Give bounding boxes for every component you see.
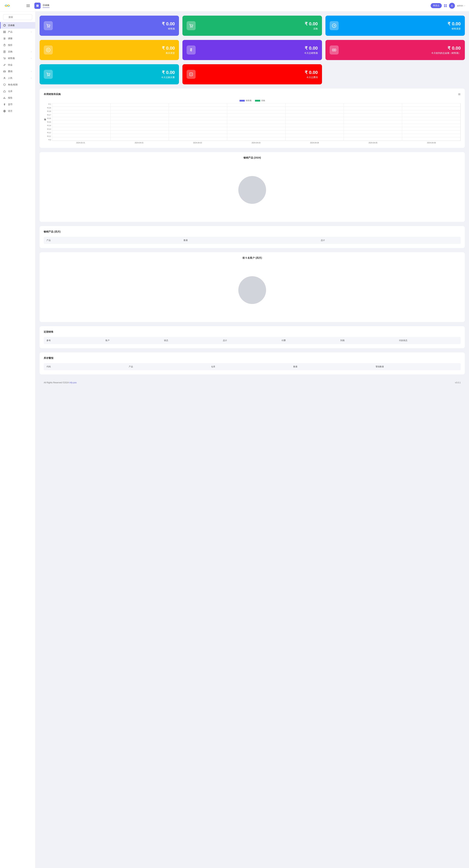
stats-row: ₹ 0.00 销售额 ₹ 0.00 采购 ₹ 0.00 销售退货 ₹ 0.00 … — [39, 16, 465, 84]
table-col-head: 总计 — [321, 239, 458, 242]
table-col-head: 数量 — [293, 365, 376, 368]
top-selling-month-title: 畅销产品 (四月) — [44, 230, 61, 233]
sidebar-item-3[interactable]: 报价 — [0, 42, 35, 49]
plus-icon — [36, 4, 39, 7]
user-name-label: admin — [457, 4, 463, 7]
main-content: ₹ 0.00 销售额 ₹ 0.00 采购 ₹ 0.00 销售退货 ₹ 0.00 … — [35, 11, 469, 868]
sidebar-item-11[interactable]: 报告 — [0, 95, 35, 101]
header-right: 售货点 A admin — [431, 3, 466, 9]
sidebar-item-label: 调整 — [8, 37, 32, 40]
svg-rect-10 — [5, 32, 5, 33]
sidebar-item-label: 报价 — [8, 43, 32, 47]
sidebar-item-4[interactable]: 采购 — [0, 49, 35, 55]
nav-list: 仪表板产品调整报价采购销售额转会费用人民角色/权限仓库报告货币语言 — [0, 22, 35, 115]
stat-card-2: ₹ 0.00 销售退货 — [325, 16, 465, 36]
stock-alert-title: 库存警报 — [44, 356, 54, 360]
xtick: 2024-04-04 — [285, 142, 344, 144]
stats-grid-1: ₹ 0.00 购买退货 ₹ 0.00 今天总销售额 ₹ 0.00 今天收到的总金… — [39, 40, 465, 60]
cart-icon — [3, 57, 6, 60]
svg-point-15 — [4, 59, 4, 59]
svg-point-22 — [190, 27, 191, 28]
minus-icon — [189, 72, 193, 76]
sidebar-item-7[interactable]: 费用 — [0, 68, 35, 75]
sidebar-item-5[interactable]: 销售额 — [0, 55, 35, 62]
add-button[interactable] — [34, 3, 41, 9]
sidebar-item-label: 产品 — [8, 30, 30, 33]
top-selling-year-title: 畅销产品 (2024) — [44, 156, 461, 159]
sidebar-item-label: 语言 — [8, 110, 32, 113]
chart-title: 本周销售和采购 — [44, 93, 61, 96]
legend-item[interactable]: 销售额 — [240, 99, 251, 102]
stat-icon-box — [330, 45, 339, 55]
svg-point-13 — [4, 39, 4, 39]
ytick: ₹ 0.1 — [47, 135, 51, 137]
arrow-left-icon — [46, 48, 51, 52]
stat-icon-box — [187, 21, 196, 30]
legend-swatch — [255, 100, 260, 101]
stat-card-3: ₹ 0.00 购买退货 — [39, 40, 179, 60]
stats-grid-2: ₹ 0.00 今天总购买量 ₹ 0.00 今天总费用 — [39, 64, 465, 84]
xtick: 2024-04-03 — [227, 142, 285, 144]
shield-icon — [3, 83, 6, 86]
user-menu[interactable]: admin — [457, 4, 466, 7]
stat-text: ₹ 0.00 采购 — [305, 21, 318, 30]
sidebar-item-13[interactable]: 语言 — [0, 108, 35, 115]
chevron-right-icon — [30, 31, 32, 33]
ytick: ₹ 0.7 — [47, 114, 51, 116]
stock-alert-table-head: 代码产品仓库数量警报数量 — [44, 363, 461, 370]
footer-link[interactable]: infy-pos — [69, 381, 77, 384]
table-col-head: 到期 — [340, 339, 399, 342]
stat-card-1: ₹ 0.00 采购 — [182, 16, 322, 36]
active-tab-label[interactable]: 仪表板 — [43, 4, 50, 8]
avatar[interactable]: A — [449, 3, 455, 9]
xtick: 2024-04-02 — [168, 142, 227, 144]
stat-label: 购买退货 — [162, 52, 175, 55]
sidebar-item-8[interactable]: 人民 — [0, 75, 35, 82]
chart-xaxis: 2024-03-312024-04-012024-04-022024-04-03… — [51, 142, 461, 144]
stats-grid-0: ₹ 0.00 销售额 ₹ 0.00 采购 ₹ 0.00 销售退货 — [39, 16, 465, 36]
pos-button[interactable]: 售货点 — [431, 3, 442, 8]
sidebar-item-0[interactable]: 仪表板 — [0, 22, 35, 29]
chart-yaxis: ₹ 1₹ 0.9₹ 0.8₹ 0.7₹ 0.6₹ 0.5₹ 0.4₹ 0.3₹ … — [47, 103, 52, 141]
legend-item[interactable]: 采购 — [255, 99, 265, 102]
stat-text: ₹ 0.00 今天收到的总金额（销售额） — [431, 45, 461, 55]
top-customers-title: 前 5 名客户 (四月) — [44, 256, 461, 259]
sidebar-item-9[interactable]: 角色/权限 — [0, 82, 35, 88]
sidebar: 仪表板产品调整报价采购销售额转会费用人民角色/权限仓库报告货币语言 — [0, 11, 35, 868]
table-col-head: 总计 — [223, 339, 282, 342]
svg-point-28 — [48, 75, 48, 76]
stat-card-0: ₹ 0.00 销售额 — [39, 16, 179, 36]
speed-icon — [3, 24, 6, 27]
sidebar-item-label: 角色/权限 — [8, 83, 32, 86]
stat-card-6: ₹ 0.00 今天总购买量 — [39, 64, 179, 84]
sidebar-item-1[interactable]: 产品 — [0, 29, 35, 35]
grid-icon — [3, 31, 6, 33]
sidebar-item-12[interactable]: 货币 — [0, 101, 35, 108]
search-input[interactable] — [3, 14, 32, 20]
svg-point-12 — [5, 38, 5, 39]
menu-toggle-icon[interactable] — [26, 4, 30, 8]
stat-text: ₹ 0.00 今天总销售额 — [304, 45, 318, 55]
legend-label: 销售额 — [246, 99, 251, 102]
table-col-head: 状态 — [164, 339, 223, 342]
money-icon — [332, 48, 336, 52]
chart-menu-icon[interactable] — [458, 93, 461, 96]
ytick: ₹ 0.8 — [47, 111, 51, 112]
legend-label: 采购 — [261, 99, 265, 102]
stat-icon-box — [187, 70, 196, 79]
basket-icon — [3, 44, 6, 46]
adjust-icon — [3, 37, 6, 40]
ytick: ₹ 1 — [47, 103, 51, 105]
stat-label: 采购 — [305, 27, 318, 30]
top-customers-panel: 前 5 名客户 (四月) — [39, 252, 465, 322]
stat-text: ₹ 0.00 今天总购买量 — [161, 70, 175, 79]
sidebar-item-2[interactable]: 调整 — [0, 35, 35, 42]
sidebar-item-6[interactable]: 转会 — [0, 62, 35, 68]
ytick: ₹ 0.6 — [47, 118, 51, 119]
stat-icon-box — [44, 70, 53, 79]
table-col-head: 警报数量 — [376, 365, 458, 368]
footer-copyright: All Rights Reserved ©2024 infy-pos — [44, 381, 77, 384]
fullscreen-icon[interactable] — [444, 4, 447, 7]
transfer-icon — [3, 64, 6, 66]
sidebar-item-10[interactable]: 仓库 — [0, 88, 35, 95]
